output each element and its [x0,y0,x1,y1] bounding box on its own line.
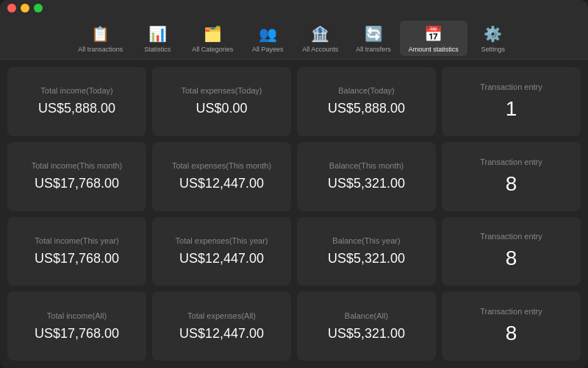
balance-card-this-year: Balance(This year) US$5,321.00 [297,217,436,286]
expenses-label-today: Total expenses(Today) [181,86,262,95]
toolbar-item-all-transfers[interactable]: 🔄 All transfers [347,21,400,56]
income-value-all: US$17,768.00 [35,326,119,342]
all-categories-label: All Categories [192,46,233,53]
expenses-card-this-month: Total expenses(This month) US$12,447.00 [152,142,291,211]
amount-statistics-label: Amount statistics [409,46,459,53]
toolbar-item-amount-statistics[interactable]: 📅 Amount statistics [400,21,467,56]
balance-label-today: Balance(Today) [338,86,394,95]
balance-card-today: Balance(Today) US$5,888.00 [297,67,436,136]
income-label-today: Total income(Today) [40,86,112,95]
settings-label: Settings [481,46,506,53]
entry-label-all: Transaction entry [480,307,542,316]
expenses-card-today: Total expenses(Today) US$0.00 [152,67,291,136]
entry-label-today: Transaction entry [480,82,542,91]
income-label-all: Total income(All) [47,311,107,320]
balance-card-this-month: Balance(This month) US$5,321.00 [297,142,436,211]
entry-card-today: Transaction entry 1 [442,67,581,136]
expenses-label-all: Total expenses(All) [187,311,256,320]
stats-row-all: Total income(All) US$17,768.00 Total exp… [7,291,581,361]
maximize-button[interactable] [34,4,43,13]
entry-card-all: Transaction entry 8 [442,291,581,361]
close-button[interactable] [7,4,16,13]
all-categories-icon: 🗂️ [202,24,223,44]
income-card-today: Total income(Today) US$5,888.00 [7,67,146,136]
entry-label-this-year: Transaction entry [480,232,542,241]
expenses-label-this-year: Total expenses(This year) [176,236,268,245]
balance-value-today: US$5,888.00 [328,101,405,116]
entry-value-all: 8 [506,322,517,345]
statistics-label: Statistics [144,46,171,53]
income-value-today: US$5,888.00 [38,101,115,116]
amount-statistics-icon: 📅 [423,24,444,44]
balance-value-this-month: US$5,321.00 [328,176,405,191]
all-payees-label: All Payees [252,46,284,53]
entry-label-this-month: Transaction entry [480,158,542,166]
expenses-value-this-month: US$12,447.00 [179,176,264,191]
all-transfers-label: All transfers [356,46,391,53]
income-value-this-year: US$17,768.00 [35,251,119,266]
balance-label-this-year: Balance(This year) [332,236,400,245]
income-card-this-year: Total income(This year) US$17,768.00 [7,217,146,286]
toolbar-item-all-accounts[interactable]: 🏦 All Accounts [293,21,347,56]
balance-value-all: US$5,321.00 [328,326,405,342]
statistics-icon: 📊 [147,24,168,44]
all-accounts-label: All Accounts [302,46,338,53]
all-transactions-icon: 📋 [90,24,111,44]
entry-card-this-month: Transaction entry 8 [442,142,581,211]
toolbar-item-settings[interactable]: ⚙️ Settings [467,21,519,56]
balance-card-all: Balance(All) US$5,321.00 [297,291,436,361]
traffic-lights [7,4,43,13]
balance-value-this-year: US$5,321.00 [328,251,405,266]
entry-card-this-year: Transaction entry 8 [442,217,581,286]
all-transfers-icon: 🔄 [363,24,384,44]
balance-label-all: Balance(All) [345,311,388,320]
expenses-card-all: Total expenses(All) US$12,447.00 [152,291,291,361]
toolbar-item-statistics[interactable]: 📊 Statistics [132,21,183,56]
entry-value-today: 1 [506,97,517,121]
stats-row-today: Total income(Today) US$5,888.00 Total ex… [7,67,581,136]
settings-icon: ⚙️ [483,24,503,44]
all-transactions-label: All transactions [78,46,123,53]
toolbar-item-all-categories[interactable]: 🗂️ All Categories [183,21,242,56]
income-value-this-month: US$17,768.00 [35,176,119,191]
toolbar-item-all-transactions[interactable]: 📋 All transactions [69,21,132,56]
income-label-this-month: Total income(This month) [32,161,123,170]
minimize-button[interactable] [21,4,29,13]
titlebar [0,0,588,16]
expenses-value-all: US$12,447.00 [179,326,264,342]
income-card-this-month: Total income(This month) US$17,768.00 [7,142,146,211]
stats-row-this-month: Total income(This month) US$17,768.00 To… [7,142,581,211]
expenses-card-this-year: Total expenses(This year) US$12,447.00 [152,217,291,286]
income-card-all: Total income(All) US$17,768.00 [7,291,146,361]
main-content: Total income(Today) US$5,888.00 Total ex… [0,60,588,368]
stats-row-this-year: Total income(This year) US$17,768.00 Tot… [7,217,581,286]
toolbar-item-all-payees[interactable]: 👥 All Payees [242,21,293,56]
toolbar: 📋 All transactions 📊 Statistics 🗂️ All C… [0,16,588,60]
all-accounts-icon: 🏦 [310,24,331,44]
entry-value-this-year: 8 [506,247,517,270]
expenses-label-this-month: Total expenses(This month) [172,161,271,170]
balance-label-this-month: Balance(This month) [329,161,404,170]
expenses-value-today: US$0.00 [196,101,247,116]
entry-value-this-month: 8 [506,172,517,196]
expenses-value-this-year: US$12,447.00 [179,251,264,266]
income-label-this-year: Total income(This year) [35,236,118,245]
all-payees-icon: 👥 [257,24,278,44]
